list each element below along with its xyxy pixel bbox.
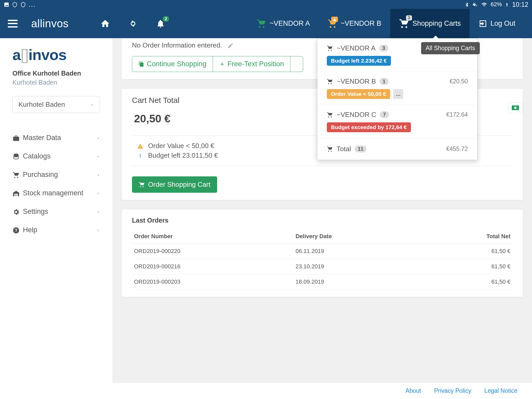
chevron-left-icon (96, 152, 100, 160)
info-icon (137, 151, 143, 159)
bluetooth-icon (464, 1, 469, 8)
main-content: No Order Information entered. Continue S… (112, 38, 532, 399)
shield-icon (20, 1, 26, 8)
menu-label: Master Data (23, 134, 61, 142)
refresh-icon[interactable] (128, 19, 138, 28)
nav-shopping-carts-label: Shopping Carts (413, 19, 461, 28)
menu-label: Catalogs (23, 152, 51, 160)
more-icon: ... (29, 1, 36, 9)
total-amount: €455.72 (446, 145, 468, 152)
footer: About Privacy Policy Legal Notice (112, 382, 532, 399)
sidebar-item-catalogs[interactable]: Catalogs (12, 147, 100, 165)
location-selector[interactable]: Kurhotel Baden (12, 96, 100, 113)
nav-shopping-carts[interactable]: 3 Shopping Carts (390, 9, 470, 38)
warning-text: Order Value < 50,00 € (148, 142, 214, 150)
footer-about[interactable]: About (405, 387, 421, 394)
top-nav: allinvos 2 ~VENDOR A (0, 9, 532, 38)
item-amount: €172.64 (446, 111, 468, 118)
third-button[interactable] (290, 56, 303, 72)
chevron-down-icon (90, 101, 94, 109)
vendor-name: ~VENDOR C (337, 111, 376, 119)
nav-logout-label: Log Out (490, 19, 515, 28)
sidebar-item-settings[interactable]: Settings (12, 202, 100, 221)
sidebar: a[]invos Office Kurhotel Baden Kurhotel … (0, 38, 112, 399)
status-badge: Budget exceeded by 172,64 € (327, 122, 411, 132)
chevron-left-icon (96, 226, 100, 234)
item-count: 1 (380, 78, 389, 85)
footer-privacy[interactable]: Privacy Policy (434, 387, 471, 394)
bell-icon[interactable]: 2 (156, 19, 165, 28)
item-count: 7 (380, 111, 389, 118)
menu-label: Purchasing (23, 171, 58, 179)
sidebar-item-stock[interactable]: Stock management (12, 184, 100, 202)
order-net: 61,50 € (422, 259, 513, 274)
sidebar-item-help[interactable]: ? Help (12, 221, 100, 239)
money-badge[interactable] (508, 102, 523, 113)
button-label: Order Shopping Cart (148, 181, 210, 189)
sidebar-menu: Master Data Catalogs Purchasing Stock ma… (12, 129, 100, 239)
table-row[interactable]: ORD2019-00022006.11.201961,50 € (132, 244, 513, 259)
sidebar-item-purchasing[interactable]: Purchasing (12, 165, 100, 184)
order-date: 06.11.2019 (294, 244, 423, 259)
item-count: 3 (379, 45, 388, 52)
svg-point-3 (140, 154, 141, 155)
hotel-name: Kurhotel Baden (12, 79, 100, 86)
nav-vendor-a[interactable]: ~VENDOR A (248, 9, 319, 38)
hamburger-icon[interactable] (8, 20, 18, 28)
order-cart-button[interactable]: Order Shopping Cart (132, 176, 217, 193)
footer-legal[interactable]: Legal Notice (484, 387, 517, 394)
warning-icon (137, 142, 143, 150)
menu-label: Settings (23, 208, 48, 216)
order-num: ORD2019-000203 (132, 274, 294, 290)
nav-vendor-a-label: ~VENDOR A (270, 19, 310, 28)
home-icon[interactable] (100, 19, 110, 29)
chevron-left-icon (96, 171, 100, 179)
office-name: Office Kurhotel Baden (12, 70, 100, 77)
nav-logout[interactable]: Log Out (470, 9, 524, 38)
dropdown-item[interactable]: ~VENDOR C 7 €172.64 Budget exceeded by 1… (317, 105, 477, 138)
database-icon (12, 152, 23, 160)
total-label: Total (337, 145, 351, 153)
last-orders-title: Last Orders (132, 217, 513, 224)
continue-shopping-button[interactable]: Continue Shopping (132, 56, 213, 72)
nav-vendor-b[interactable]: ~VENDOR B (319, 9, 390, 38)
menu-label: Stock management (23, 189, 83, 197)
free-text-button[interactable]: Free-Text Position (213, 56, 291, 72)
briefcase-icon (12, 134, 23, 142)
order-net: 61,50 € (422, 274, 513, 290)
orders-table: Order Number Delivery Date Total Net ORD… (132, 229, 513, 290)
order-net: 61,50 € (422, 244, 513, 259)
table-row[interactable]: ORD2019-00020318.09.201961,50 € (132, 274, 513, 290)
logo: a[]invos (12, 46, 100, 63)
wifi-icon (481, 1, 487, 8)
pencil-icon[interactable] (227, 41, 234, 49)
table-row[interactable]: ORD2019-00021623.10.201961,50 € (132, 259, 513, 274)
cart-count-badge: 3 (406, 15, 412, 21)
more-badge[interactable]: ... (393, 89, 403, 99)
status-bar: ... 62% 10:12 (0, 0, 532, 9)
last-orders-panel: Last Orders Order Number Delivery Date T… (121, 209, 523, 297)
logout-icon (478, 19, 487, 28)
bell-badge: 2 (163, 16, 169, 22)
dropdown-tooltip: All Shopping Carts (421, 42, 480, 54)
col-order-number: Order Number (132, 229, 294, 244)
total-count: 11 (355, 145, 367, 152)
col-delivery-date: Delivery Date (294, 229, 423, 244)
sidebar-item-master-data[interactable]: Master Data (12, 129, 100, 147)
svg-rect-4 (140, 156, 141, 158)
dropdown-total-row[interactable]: Total 11 €455.72 (317, 138, 477, 160)
battery-icon (505, 1, 509, 8)
chevron-left-icon (96, 189, 100, 197)
cart-icon (328, 19, 337, 29)
order-date: 18.09.2019 (294, 274, 423, 290)
order-date: 23.10.2019 (294, 259, 423, 274)
image-icon (4, 1, 9, 8)
battery-level: 62% (490, 1, 502, 8)
cart-icon: 3 (399, 18, 409, 29)
dropdown-item[interactable]: ~VENDOR B 1 €20.50 Order Value < 50,00 €… (317, 72, 477, 105)
cart-icon (12, 171, 23, 179)
item-amount: €20.50 (450, 78, 468, 85)
vendor-name: ~VENDOR A (337, 44, 376, 52)
warehouse-icon (12, 189, 23, 197)
help-icon: ? (12, 226, 23, 234)
